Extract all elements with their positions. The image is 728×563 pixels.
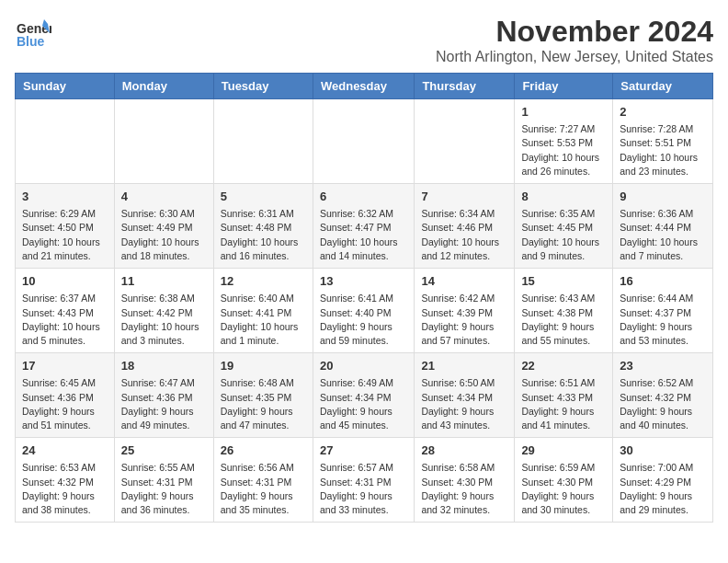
table-row: 8Sunrise: 6:35 AMSunset: 4:45 PMDaylight…	[515, 184, 613, 269]
table-row	[213, 99, 313, 184]
calendar-header-row: Sunday Monday Tuesday Wednesday Thursday…	[16, 74, 713, 99]
table-row: 9Sunrise: 6:36 AMSunset: 4:44 PMDaylight…	[613, 184, 713, 269]
table-row: 30Sunrise: 7:00 AMSunset: 4:29 PMDayligh…	[613, 438, 713, 523]
day-info: Sunrise: 6:45 AMSunset: 4:36 PMDaylight:…	[22, 376, 108, 432]
table-row: 2Sunrise: 7:28 AMSunset: 5:51 PMDaylight…	[613, 99, 713, 184]
table-row: 25Sunrise: 6:55 AMSunset: 4:31 PMDayligh…	[114, 438, 213, 523]
table-row: 18Sunrise: 6:47 AMSunset: 4:36 PMDayligh…	[114, 353, 213, 438]
table-row: 13Sunrise: 6:41 AMSunset: 4:40 PMDayligh…	[313, 269, 414, 353]
table-row: 14Sunrise: 6:42 AMSunset: 4:39 PMDayligh…	[415, 269, 515, 353]
logo: General Blue	[15, 15, 51, 52]
day-number: 28	[421, 442, 507, 459]
day-number: 1	[521, 104, 606, 121]
day-number: 30	[620, 442, 706, 459]
day-info: Sunrise: 6:53 AMSunset: 4:32 PMDaylight:…	[22, 461, 108, 517]
day-info: Sunrise: 7:00 AMSunset: 4:29 PMDaylight:…	[620, 461, 706, 517]
day-number: 14	[421, 273, 507, 290]
table-row: 21Sunrise: 6:50 AMSunset: 4:34 PMDayligh…	[415, 353, 515, 438]
day-number: 5	[221, 189, 306, 205]
day-number: 7	[421, 189, 507, 205]
table-row: 12Sunrise: 6:40 AMSunset: 4:41 PMDayligh…	[213, 269, 313, 353]
day-info: Sunrise: 6:55 AMSunset: 4:31 PMDaylight:…	[121, 461, 207, 517]
day-info: Sunrise: 6:57 AMSunset: 4:31 PMDaylight:…	[320, 461, 407, 517]
day-number: 8	[521, 189, 606, 205]
table-row: 27Sunrise: 6:57 AMSunset: 4:31 PMDayligh…	[313, 438, 414, 523]
header-friday: Friday	[515, 74, 613, 99]
table-row: 1Sunrise: 7:27 AMSunset: 5:53 PMDaylight…	[515, 99, 613, 184]
day-info: Sunrise: 6:29 AMSunset: 4:50 PMDaylight:…	[22, 207, 108, 263]
table-row: 26Sunrise: 6:56 AMSunset: 4:31 PMDayligh…	[213, 438, 313, 523]
day-number: 18	[121, 358, 207, 374]
day-number: 21	[421, 358, 507, 374]
day-number: 13	[320, 273, 407, 290]
header-tuesday: Tuesday	[213, 74, 313, 99]
day-number: 11	[121, 273, 207, 290]
day-info: Sunrise: 6:58 AMSunset: 4:30 PMDaylight:…	[421, 461, 507, 517]
day-info: Sunrise: 6:49 AMSunset: 4:34 PMDaylight:…	[320, 376, 407, 432]
table-row: 24Sunrise: 6:53 AMSunset: 4:32 PMDayligh…	[16, 438, 115, 523]
day-number: 20	[320, 358, 407, 374]
table-row: 10Sunrise: 6:37 AMSunset: 4:43 PMDayligh…	[16, 269, 115, 353]
day-info: Sunrise: 7:28 AMSunset: 5:51 PMDaylight:…	[620, 122, 706, 178]
calendar-week-2: 3Sunrise: 6:29 AMSunset: 4:50 PMDaylight…	[16, 184, 713, 269]
day-number: 23	[620, 358, 706, 374]
day-info: Sunrise: 6:43 AMSunset: 4:38 PMDaylight:…	[521, 292, 606, 348]
table-row: 6Sunrise: 6:32 AMSunset: 4:47 PMDaylight…	[313, 184, 414, 269]
day-number: 4	[121, 189, 207, 205]
table-row: 16Sunrise: 6:44 AMSunset: 4:37 PMDayligh…	[613, 269, 713, 353]
calendar-table: Sunday Monday Tuesday Wednesday Thursday…	[15, 73, 713, 523]
day-number: 29	[521, 442, 606, 459]
table-row: 22Sunrise: 6:51 AMSunset: 4:33 PMDayligh…	[515, 353, 613, 438]
day-number: 24	[22, 442, 108, 459]
title-section: November 2024 North Arlington, New Jerse…	[436, 15, 713, 65]
day-number: 2	[620, 104, 706, 121]
day-number: 17	[22, 358, 108, 374]
logo-icon: General Blue	[15, 15, 51, 52]
day-info: Sunrise: 6:48 AMSunset: 4:35 PMDaylight:…	[221, 376, 306, 432]
day-number: 22	[521, 358, 606, 374]
table-row: 15Sunrise: 6:43 AMSunset: 4:38 PMDayligh…	[515, 269, 613, 353]
day-info: Sunrise: 6:34 AMSunset: 4:46 PMDaylight:…	[421, 207, 507, 263]
day-number: 12	[221, 273, 306, 290]
day-info: Sunrise: 6:32 AMSunset: 4:47 PMDaylight:…	[320, 207, 407, 263]
day-info: Sunrise: 6:50 AMSunset: 4:34 PMDaylight:…	[421, 376, 507, 432]
table-row: 11Sunrise: 6:38 AMSunset: 4:42 PMDayligh…	[114, 269, 213, 353]
day-info: Sunrise: 6:36 AMSunset: 4:44 PMDaylight:…	[620, 207, 706, 263]
header-wednesday: Wednesday	[313, 74, 414, 99]
day-number: 19	[221, 358, 306, 374]
day-number: 16	[620, 273, 706, 290]
table-row: 4Sunrise: 6:30 AMSunset: 4:49 PMDaylight…	[114, 184, 213, 269]
table-row: 28Sunrise: 6:58 AMSunset: 4:30 PMDayligh…	[415, 438, 515, 523]
day-number: 10	[22, 273, 108, 290]
day-info: Sunrise: 6:30 AMSunset: 4:49 PMDaylight:…	[121, 207, 207, 263]
day-info: Sunrise: 6:44 AMSunset: 4:37 PMDaylight:…	[620, 292, 706, 348]
table-row	[415, 99, 515, 184]
table-row: 19Sunrise: 6:48 AMSunset: 4:35 PMDayligh…	[213, 353, 313, 438]
table-row: 3Sunrise: 6:29 AMSunset: 4:50 PMDaylight…	[16, 184, 115, 269]
svg-text:Blue: Blue	[17, 34, 45, 49]
table-row	[114, 99, 213, 184]
table-row	[313, 99, 414, 184]
day-number: 3	[22, 189, 108, 205]
header-sunday: Sunday	[16, 74, 115, 99]
day-info: Sunrise: 6:38 AMSunset: 4:42 PMDaylight:…	[121, 292, 207, 348]
day-info: Sunrise: 7:27 AMSunset: 5:53 PMDaylight:…	[521, 122, 606, 178]
day-info: Sunrise: 6:42 AMSunset: 4:39 PMDaylight:…	[421, 292, 507, 348]
day-info: Sunrise: 6:59 AMSunset: 4:30 PMDaylight:…	[521, 461, 606, 517]
location-subtitle: North Arlington, New Jersey, United Stat…	[436, 49, 713, 65]
day-info: Sunrise: 6:52 AMSunset: 4:32 PMDaylight:…	[620, 376, 706, 432]
day-info: Sunrise: 6:41 AMSunset: 4:40 PMDaylight:…	[320, 292, 407, 348]
day-number: 15	[521, 273, 606, 290]
day-info: Sunrise: 6:47 AMSunset: 4:36 PMDaylight:…	[121, 376, 207, 432]
day-number: 27	[320, 442, 407, 459]
day-info: Sunrise: 6:51 AMSunset: 4:33 PMDaylight:…	[521, 376, 606, 432]
header-monday: Monday	[114, 74, 213, 99]
page-header: General Blue November 2024 North Arlingt…	[15, 15, 713, 65]
calendar-week-1: 1Sunrise: 7:27 AMSunset: 5:53 PMDaylight…	[16, 99, 713, 184]
calendar-week-5: 24Sunrise: 6:53 AMSunset: 4:32 PMDayligh…	[16, 438, 713, 523]
table-row: 29Sunrise: 6:59 AMSunset: 4:30 PMDayligh…	[515, 438, 613, 523]
header-thursday: Thursday	[415, 74, 515, 99]
table-row: 5Sunrise: 6:31 AMSunset: 4:48 PMDaylight…	[213, 184, 313, 269]
calendar-week-4: 17Sunrise: 6:45 AMSunset: 4:36 PMDayligh…	[16, 353, 713, 438]
day-number: 9	[620, 189, 706, 205]
